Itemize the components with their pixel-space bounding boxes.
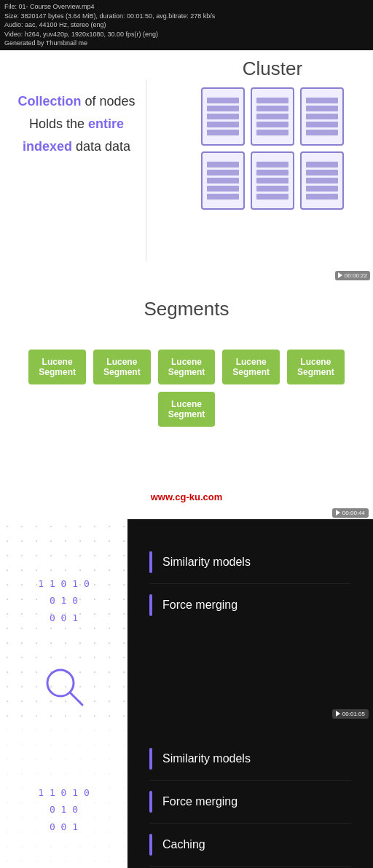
rack (207, 162, 239, 167)
server-grid (201, 87, 344, 210)
dark-panel-1: 1 1 0 1 00 1 00 0 1 Similarity modelsFor… (0, 519, 373, 723)
segments-title: Segments (0, 298, 373, 320)
play-icon (336, 510, 340, 516)
divider (146, 79, 146, 261)
rack (306, 194, 338, 200)
rack (256, 170, 288, 175)
panel2-item-0: Similarity models (149, 738, 351, 781)
rack (207, 130, 239, 135)
dark-left-bg-2: 1 1 0 1 00 1 00 0 1 (0, 723, 127, 868)
info-line4: Video: h264, yuv420p, 1920x1080, 30.00 f… (4, 30, 369, 39)
holds-text: Holds the entire (15, 117, 138, 132)
binary-display: 1 1 0 1 00 1 00 0 1 (38, 575, 89, 626)
dark-left-bg-1: 1 1 0 1 00 1 00 0 1 (0, 519, 127, 723)
server-3 (300, 87, 344, 146)
rack (207, 178, 239, 184)
rack (207, 170, 239, 175)
panel1-item-text-1: Force merging (162, 599, 237, 612)
rack (256, 162, 288, 167)
rack (306, 106, 338, 111)
rack (256, 106, 288, 111)
segment-block-2: Lucene Segment (158, 350, 216, 384)
purple-bar-icon (149, 748, 152, 770)
panel2-item-text-0: Similarity models (162, 752, 251, 765)
panel1-item-0: Similarity models (149, 541, 351, 584)
entire-highlight: entire (88, 117, 124, 131)
rack (256, 178, 288, 184)
cluster-description: Collection of nodes Holds the entire ind… (15, 94, 138, 154)
cluster-section: Collection of nodes Holds the entire ind… (0, 50, 373, 283)
rack (256, 122, 288, 127)
purple-bar-icon (149, 791, 152, 813)
rack (207, 98, 239, 103)
panel1-item-1: Force merging (149, 584, 351, 626)
timestamp-1: 00:00:22 (335, 271, 370, 280)
segment-blocks: Lucene SegmentLucene SegmentLucene Segme… (0, 350, 373, 427)
segment-block-4: Lucene Segment (287, 350, 345, 384)
indexed-text: indexed data data (15, 139, 138, 154)
purple-bar-icon (149, 594, 152, 616)
rack (207, 122, 239, 127)
info-bar: File: 01- Course Overview.mp4 Size: 3820… (0, 0, 373, 50)
indexed-highlight: indexed (23, 139, 72, 154)
dark-right-2: Similarity modelsForce mergingCachingAdv… (127, 723, 373, 868)
rack (306, 186, 338, 192)
rack (256, 186, 288, 192)
info-line2: Size: 3820147 bytes (3.64 MiB), duration… (4, 12, 369, 21)
rack (306, 130, 338, 135)
search-icon (42, 665, 86, 709)
collection-text: Collection of nodes (15, 94, 138, 109)
svg-line-3 (70, 693, 82, 705)
info-line3: Audio: aac, 44100 Hz, stereo (eng) (4, 20, 369, 30)
collection-suffix: of nodes (81, 94, 135, 108)
timestamp-2: 00:00:44 (332, 508, 369, 518)
server-6 (300, 151, 344, 210)
play-icon (336, 711, 340, 717)
segment-block-0: Lucene Segment (28, 350, 86, 384)
rack (207, 114, 239, 119)
panel2-item-text-1: Force merging (162, 795, 237, 808)
panel2-item-2: Caching (149, 824, 351, 867)
info-line5: Generated by Thumbnail me (4, 39, 369, 48)
collection-highlight: Collection (17, 94, 81, 108)
server-5 (251, 151, 294, 210)
segment-block-5: Lucene Segment (158, 392, 216, 427)
purple-bar-icon (149, 551, 152, 573)
cluster-title: Cluster (201, 58, 344, 80)
segment-block-3: Lucene Segment (222, 350, 280, 384)
rack (256, 98, 288, 103)
server-1 (201, 87, 245, 146)
cluster-right: Cluster (201, 58, 344, 210)
panel2-list: Similarity modelsForce mergingCachingAdv… (149, 738, 351, 868)
panel2-item-text-2: Caching (162, 838, 205, 851)
dark-right-1: Similarity modelsForce merging 00:01:05 (127, 519, 373, 723)
info-line1: File: 01- Course Overview.mp4 (4, 2, 369, 12)
rack (207, 106, 239, 111)
indexed-suffix: data (72, 139, 101, 154)
purple-bar-icon (149, 834, 152, 856)
server-4 (201, 151, 245, 210)
rack (256, 114, 288, 119)
segment-block-1: Lucene Segment (93, 350, 151, 384)
rack (306, 170, 338, 175)
segments-section: Segments Lucene SegmentLucene SegmentLuc… (0, 283, 373, 487)
dark-panel-2: 1 1 0 1 00 1 00 0 1 Similarity modelsFor… (0, 723, 373, 868)
watermark: www.cg-ku.com (0, 487, 373, 507)
timestamp-row-2: 00:00:44 (0, 507, 373, 519)
rack (207, 194, 239, 200)
panel1-list: Similarity modelsForce merging (149, 541, 351, 626)
rack (306, 98, 338, 103)
rack (256, 194, 288, 200)
rack (306, 114, 338, 119)
rack (306, 122, 338, 127)
rack (256, 130, 288, 135)
timestamp-3: 00:01:05 (332, 709, 369, 719)
rack (207, 186, 239, 192)
server-2 (251, 87, 294, 146)
panel2-item-1: Force merging (149, 781, 351, 824)
rack (306, 162, 338, 167)
play-icon (338, 272, 342, 278)
holds-prefix: Holds the (29, 117, 88, 131)
rack (306, 178, 338, 184)
panel1-item-text-0: Similarity models (162, 556, 251, 569)
